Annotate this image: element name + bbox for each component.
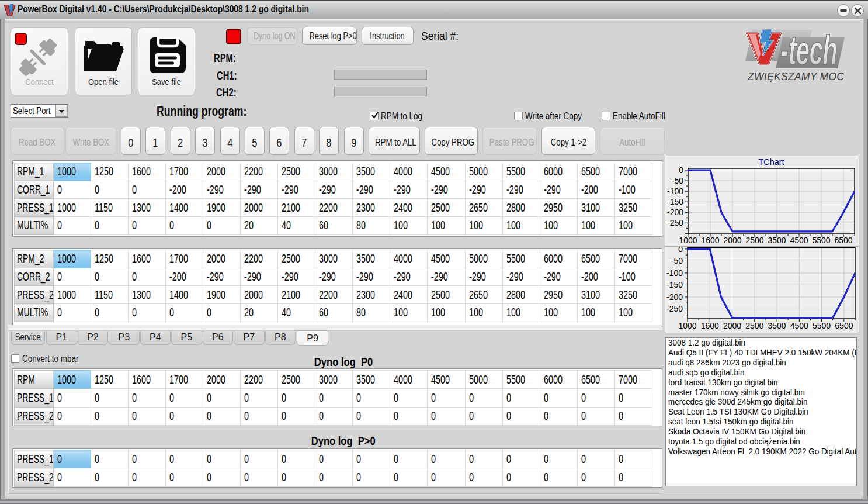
svg-text:-150: -150 bbox=[667, 197, 683, 206]
svg-text:1000: 1000 bbox=[678, 321, 696, 330]
svg-text:-100: -100 bbox=[667, 187, 683, 196]
svg-text:1000: 1000 bbox=[679, 236, 697, 245]
svg-text:-250: -250 bbox=[667, 218, 683, 227]
svg-text:2000: 2000 bbox=[723, 321, 741, 330]
svg-text:1600: 1600 bbox=[701, 321, 719, 330]
svg-text:2500: 2500 bbox=[745, 236, 763, 245]
svg-text:TChart: TChart bbox=[758, 157, 784, 167]
svg-text:2500: 2500 bbox=[745, 321, 763, 330]
svg-text:3500: 3500 bbox=[768, 236, 786, 245]
svg-text:-50: -50 bbox=[672, 176, 683, 185]
svg-text:-100: -100 bbox=[666, 268, 683, 278]
svg-text:-200: -200 bbox=[667, 208, 683, 217]
svg-text:3500: 3500 bbox=[768, 321, 786, 330]
svg-text:6500: 6500 bbox=[834, 236, 852, 245]
svg-text:-150: -150 bbox=[666, 280, 683, 289]
svg-text:-50: -50 bbox=[671, 256, 683, 265]
svg-text:-200: -200 bbox=[666, 292, 683, 302]
svg-text:1600: 1600 bbox=[701, 236, 719, 245]
svg-text:0: 0 bbox=[678, 247, 683, 254]
svg-text:0: 0 bbox=[679, 165, 683, 175]
svg-text:-250: -250 bbox=[666, 304, 683, 313]
svg-text:4500: 4500 bbox=[790, 321, 808, 330]
svg-text:5500: 5500 bbox=[812, 236, 830, 245]
svg-text:-tech: -tech bbox=[780, 27, 837, 73]
svg-text:4500: 4500 bbox=[790, 236, 808, 245]
svg-text:5500: 5500 bbox=[813, 321, 831, 330]
svg-text:6500: 6500 bbox=[835, 321, 853, 330]
svg-text:2000: 2000 bbox=[723, 236, 741, 245]
